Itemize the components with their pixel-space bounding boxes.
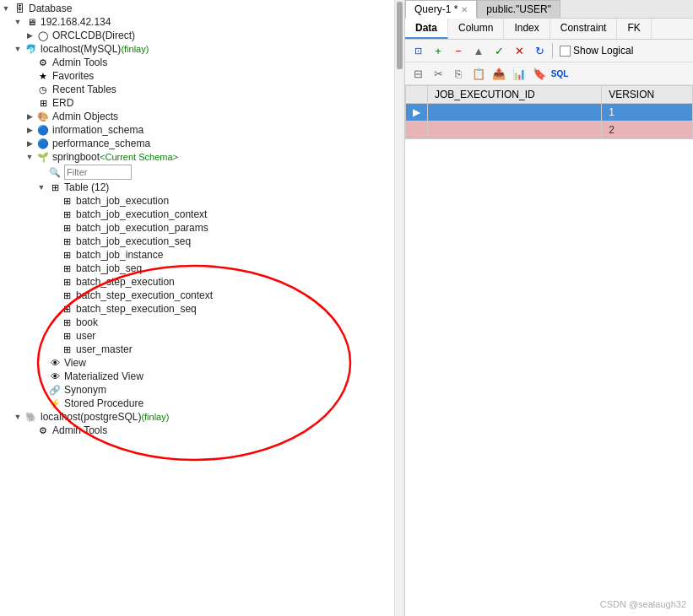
label-batch_job_execution: batch_job_execution <box>76 195 169 207</box>
icon-orclcdb: ◯ <box>35 30 51 41</box>
tree-item-batch_step_execution_seq[interactable]: ⊞batch_step_execution_seq <box>0 302 394 316</box>
tab-query1[interactable]: Query-1 * ✕ <box>405 0 477 19</box>
icon-matview-group: 👁 <box>47 370 62 382</box>
sub-tab-constraint[interactable]: Constraint <box>550 19 618 39</box>
tree-item-batch_job_instance[interactable]: ⊞batch_job_instance <box>0 248 394 262</box>
tree-item-filter[interactable]: 🔍 <box>0 164 394 181</box>
tree-item-batch_job_execution_seq[interactable]: ⊞batch_job_execution_seq <box>0 235 394 248</box>
expand-arrow-information-schema[interactable]: ▶ <box>24 126 35 134</box>
sub-tab-data[interactable]: Data <box>405 19 448 39</box>
tree-item-user_master[interactable]: ⊞user_master <box>0 343 394 356</box>
icon-batch_step_execution_seq: ⊞ <box>59 303 74 315</box>
tree-item-batch_job_execution_params[interactable]: ⊞batch_job_execution_params <box>0 221 394 235</box>
label-batch_job_execution_params: batch_job_execution_params <box>76 222 208 234</box>
tree-item-view-group[interactable]: 👁View <box>0 356 394 370</box>
scroll-thumb[interactable] <box>397 2 403 69</box>
label-synonym-group: Synonym <box>64 384 106 396</box>
tree-item-springboot[interactable]: ▼🌱springboot <Current Schema> <box>0 150 394 164</box>
tree-item-admin-tools-mysql[interactable]: ⚙Admin Tools <box>0 56 394 69</box>
tree-item-admin-objects[interactable]: ▶🎨Admin Objects <box>0 110 394 123</box>
paste-icon[interactable]: 📋 <box>469 64 488 83</box>
icon-batch_step_execution_context: ⊞ <box>59 289 74 301</box>
table-row[interactable]: ▶1 <box>406 104 693 122</box>
cancel-button[interactable]: ✕ <box>510 41 528 60</box>
icon-batch_job_execution_seq: ⊞ <box>59 235 74 247</box>
expand-arrow-table-group[interactable]: ▼ <box>35 183 47 192</box>
database-tree: ▼🗄Database▼🖥192.168.42.134▶◯ORCLCDB(Dire… <box>0 0 394 616</box>
sql-icon[interactable]: SQL <box>550 64 569 83</box>
tree-item-orclcdb[interactable]: ▶◯ORCLCDB(Direct) <box>0 29 394 42</box>
icon-localhost-mysql: 🐬 <box>24 43 39 55</box>
tree-item-recent-tables[interactable]: ◷Recent Tables <box>0 83 394 96</box>
tree-item-synonym-group[interactable]: 🔗Synonym <box>0 383 394 397</box>
sub-tab-index[interactable]: Index <box>504 19 550 39</box>
tree-item-performance-schema[interactable]: ▶🔵performance_schema <box>0 137 394 150</box>
expand-arrow-performance-schema[interactable]: ▶ <box>24 139 35 148</box>
tree-item-user[interactable]: ⊞user <box>0 329 394 343</box>
label-admin-tools-mysql: Admin Tools <box>52 57 107 68</box>
export-icon[interactable]: 📤 <box>490 64 508 83</box>
label-springboot: springboot <box>52 151 100 163</box>
tree-item-batch_job_execution_context[interactable]: ⊞batch_job_execution_context <box>0 208 394 221</box>
tree-item-batch_step_execution_context[interactable]: ⊞batch_step_execution_context <box>0 289 394 302</box>
data-table-container: JOB_EXECUTION_ID VERSION ▶12 <box>405 85 693 616</box>
sub-tab-bar: Data Column Index Constraint FK <box>405 19 693 40</box>
tree-item-information-schema[interactable]: ▶🔵information_schema <box>0 123 394 137</box>
tree-item-database-root[interactable]: ▼🗄Database <box>0 2 394 15</box>
tab-query1-close[interactable]: ✕ <box>461 5 468 14</box>
tree-item-book[interactable]: ⊞book <box>0 316 394 329</box>
move-up-button[interactable]: ▲ <box>469 41 488 60</box>
tree-item-table-group[interactable]: ▼⊞Table (12) <box>0 181 394 194</box>
label-erd: ERD <box>52 97 73 109</box>
col-job-execution-id: JOB_EXECUTION_ID <box>428 86 602 104</box>
icon-springboot: 🌱 <box>35 151 51 163</box>
right-panel: Query-1 * ✕ public."USER" Data Column In… <box>405 0 693 616</box>
label-batch_job_execution_seq: batch_job_execution_seq <box>76 235 191 247</box>
row-indicator <box>406 122 428 139</box>
tree-item-erd[interactable]: ⊞ERD <box>0 96 394 110</box>
icon-performance-schema: 🔵 <box>35 138 51 149</box>
filter-input[interactable] <box>64 165 132 180</box>
expand-arrow-orclcdb[interactable]: ▶ <box>24 31 35 40</box>
navigate-icon[interactable]: 🔖 <box>530 64 549 83</box>
tab-bar: Query-1 * ✕ public."USER" <box>405 0 693 19</box>
excel-icon[interactable]: 📊 <box>510 64 528 83</box>
expand-arrow-localhost-pg[interactable]: ▼ <box>12 413 24 421</box>
expand-arrow-server-192[interactable]: ▼ <box>12 18 24 26</box>
label-batch_step_execution_context: batch_step_execution_context <box>76 289 213 301</box>
tree-item-localhost-mysql[interactable]: ▼🐬localhost(MySQL) (finlay) <box>0 42 394 56</box>
copy-icon[interactable]: ⎘ <box>449 64 468 83</box>
label-batch_job_execution_context: batch_job_execution_context <box>76 208 207 220</box>
filter-icon[interactable]: ⊟ <box>409 64 427 83</box>
tree-item-admin-tools-pg[interactable]: ⚙Admin Tools <box>0 424 394 437</box>
tree-item-stored-proc-group[interactable]: ⚡Stored Procedure <box>0 397 394 410</box>
icon-admin-tools-mysql: ⚙ <box>35 57 51 68</box>
toolbar-sep1 <box>552 43 553 58</box>
label-localhost-pg: localhost(postgreSQL) <box>41 411 141 423</box>
sub-tab-fk[interactable]: FK <box>617 19 651 39</box>
tree-item-batch_step_execution[interactable]: ⊞batch_step_execution <box>0 275 394 289</box>
apply-button[interactable]: ✓ <box>490 41 508 60</box>
tree-scrollbar[interactable] <box>394 0 404 616</box>
table-settings-icon[interactable]: ⊡ <box>409 41 427 60</box>
tree-item-matview-group[interactable]: 👁Materialized View <box>0 370 394 383</box>
expand-arrow-springboot[interactable]: ▼ <box>24 153 35 161</box>
tree-item-favorites[interactable]: ★Favorites <box>0 69 394 83</box>
tree-item-localhost-pg[interactable]: ▼🐘localhost(postgreSQL) (finlay) <box>0 410 394 424</box>
cell-0-1: 1 <box>602 104 693 122</box>
table-row[interactable]: 2 <box>406 122 693 139</box>
expand-arrow-localhost-mysql[interactable]: ▼ <box>12 45 24 53</box>
label-stored-proc-group: Stored Procedure <box>64 397 143 409</box>
tree-item-server-192[interactable]: ▼🖥192.168.42.134 <box>0 15 394 29</box>
tree-item-batch_job_execution[interactable]: ⊞batch_job_execution <box>0 194 394 208</box>
expand-arrow-database-root[interactable]: ▼ <box>0 4 12 13</box>
cut-icon[interactable]: ✂ <box>429 64 447 83</box>
tab-public-user[interactable]: public."USER" <box>477 0 560 18</box>
sub-tab-column[interactable]: Column <box>448 19 504 39</box>
show-logical-checkbox[interactable] <box>560 46 571 57</box>
tree-item-batch_job_seq[interactable]: ⊞batch_job_seq <box>0 262 394 275</box>
refresh-button[interactable]: ↻ <box>530 41 549 60</box>
remove-row-button[interactable]: − <box>449 41 468 60</box>
add-row-button[interactable]: + <box>429 41 447 60</box>
expand-arrow-admin-objects[interactable]: ▶ <box>24 112 35 121</box>
